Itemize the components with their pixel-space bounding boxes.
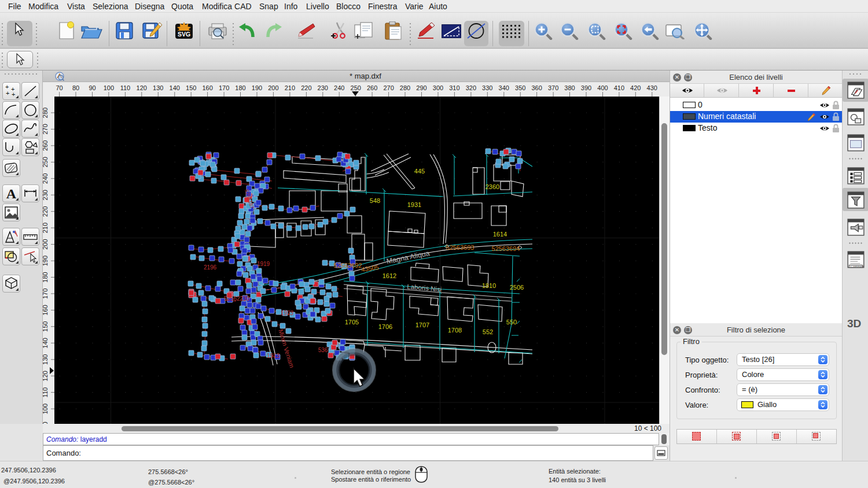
svg-text:260: 260 [43, 141, 49, 151]
svg-text:170: 170 [219, 84, 229, 91]
svg-text:1913: 1913 [267, 353, 280, 359]
svg-text:370: 370 [548, 84, 558, 91]
svg-text:52562230: 52562230 [224, 295, 250, 302]
svg-text:160: 160 [202, 84, 212, 91]
svg-text:430: 430 [647, 84, 657, 91]
svg-text:2360: 2360 [486, 183, 499, 190]
svg-text:1706: 1706 [378, 323, 392, 330]
svg-text:SVG: SVG [178, 31, 190, 38]
svg-text:130: 130 [43, 354, 49, 365]
svg-text:240: 240 [334, 84, 344, 91]
svg-text:420: 420 [630, 84, 641, 91]
svg-text:+: + [12, 91, 15, 98]
svg-text:150: 150 [43, 321, 49, 332]
svg-text:2196: 2196 [204, 264, 217, 271]
svg-text:+: + [6, 90, 9, 97]
svg-text:1931: 1931 [407, 201, 421, 208]
svg-text:320: 320 [466, 84, 476, 91]
svg-text:290: 290 [416, 84, 426, 91]
svg-text:90: 90 [89, 84, 95, 91]
svg-text:160: 160 [43, 305, 49, 315]
svg-text:552: 552 [483, 328, 493, 335]
svg-text:140: 140 [170, 84, 180, 91]
svg-text:52563694: 52563694 [492, 245, 520, 252]
svg-text:1705: 1705 [345, 319, 359, 326]
svg-text:52563692: 52563692 [334, 262, 362, 269]
svg-text:1707: 1707 [415, 321, 429, 328]
svg-text:1614: 1614 [493, 231, 507, 238]
svg-text:150: 150 [186, 84, 196, 91]
svg-text:80: 80 [72, 84, 79, 91]
svg-text:120: 120 [43, 371, 49, 381]
svg-text:70: 70 [56, 84, 62, 91]
svg-text:330: 330 [482, 84, 492, 91]
svg-text:130: 130 [153, 84, 163, 91]
svg-text:A: A [6, 186, 17, 201]
svg-text:410: 410 [614, 84, 624, 91]
svg-text:170: 170 [43, 289, 49, 299]
svg-text:536: 536 [318, 347, 328, 353]
svg-text:400: 400 [597, 84, 608, 91]
svg-text:310: 310 [449, 84, 459, 91]
svg-text:220: 220 [43, 206, 49, 217]
svg-text:230: 230 [43, 190, 49, 200]
svg-text:280: 280 [400, 84, 410, 91]
svg-text:445: 445 [414, 168, 425, 175]
svg-text:280: 280 [43, 108, 49, 118]
svg-text:300: 300 [433, 84, 443, 91]
svg-text:52563693: 52563693 [446, 244, 475, 251]
svg-text:270: 270 [383, 84, 393, 91]
svg-text:200: 200 [268, 84, 278, 91]
svg-text:190: 190 [252, 84, 262, 91]
svg-text:1919: 1919 [257, 261, 270, 267]
svg-text:230: 230 [318, 84, 328, 91]
svg-text:100: 100 [43, 404, 49, 414]
svg-text:250: 250 [43, 157, 49, 167]
svg-text:1708: 1708 [448, 327, 462, 334]
svg-text:548: 548 [370, 197, 380, 204]
svg-text:210: 210 [43, 223, 49, 233]
svg-text:240: 240 [43, 173, 49, 184]
svg-text:1810: 1810 [482, 282, 496, 289]
svg-text:c_command: c_command [850, 265, 864, 268]
svg-text:120: 120 [137, 84, 147, 91]
svg-text:550: 550 [506, 319, 517, 326]
svg-text:210: 210 [285, 84, 295, 91]
svg-text:220: 220 [301, 84, 311, 91]
svg-text:100: 100 [104, 84, 114, 91]
svg-text:360: 360 [531, 84, 542, 91]
svg-text:200: 200 [43, 239, 49, 249]
svg-text:260: 260 [367, 84, 377, 91]
svg-text:350: 350 [515, 84, 525, 91]
svg-text:140: 140 [43, 338, 49, 348]
svg-text:110: 110 [43, 387, 49, 398]
svg-text:270: 270 [43, 124, 49, 134]
svg-text:390: 390 [581, 84, 591, 91]
svg-text:180: 180 [43, 272, 49, 282]
svg-text:180: 180 [235, 84, 245, 91]
svg-text:2506: 2506 [510, 284, 524, 291]
svg-text:250: 250 [351, 84, 361, 91]
svg-text:110: 110 [120, 84, 131, 91]
svg-text:1923: 1923 [281, 310, 294, 316]
svg-text:340: 340 [499, 84, 509, 91]
svg-text:380: 380 [564, 84, 575, 91]
svg-text:190: 190 [43, 256, 49, 266]
svg-text:1612: 1612 [382, 272, 396, 279]
